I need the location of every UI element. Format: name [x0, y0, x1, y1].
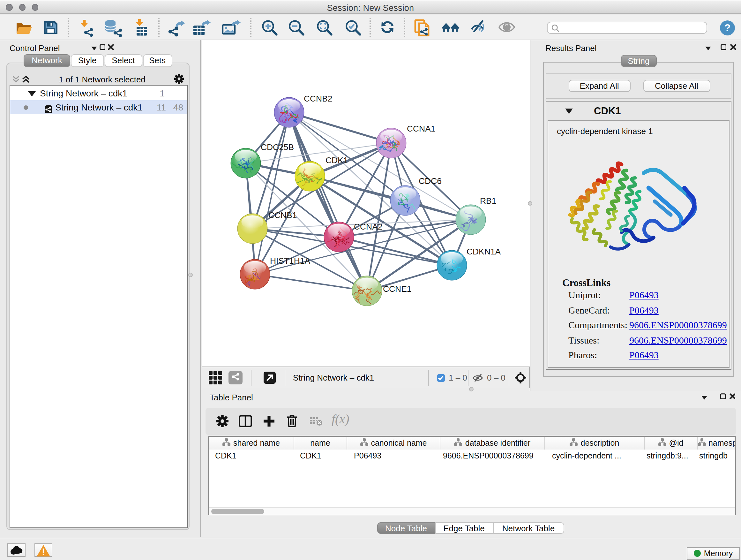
svg-text:CCNA1: CCNA1 [407, 124, 435, 133]
svg-text:?: ? [724, 22, 731, 33]
svg-text:CDC25B: CDC25B [260, 142, 293, 152]
svg-text:CCNB2: CCNB2 [304, 94, 332, 104]
svg-text:CCNA2: CCNA2 [354, 222, 382, 232]
svg-text:CCNB1: CCNB1 [268, 210, 296, 220]
svg-text:CDKN1A: CDKN1A [466, 247, 500, 256]
svg-text:CDC6: CDC6 [418, 176, 441, 186]
svg-text:CDK1: CDK1 [325, 155, 347, 165]
svg-text:RB1: RB1 [480, 196, 496, 206]
svg-text:HIST1H1A: HIST1H1A [270, 256, 310, 266]
svg-text:CCNE1: CCNE1 [383, 284, 411, 294]
